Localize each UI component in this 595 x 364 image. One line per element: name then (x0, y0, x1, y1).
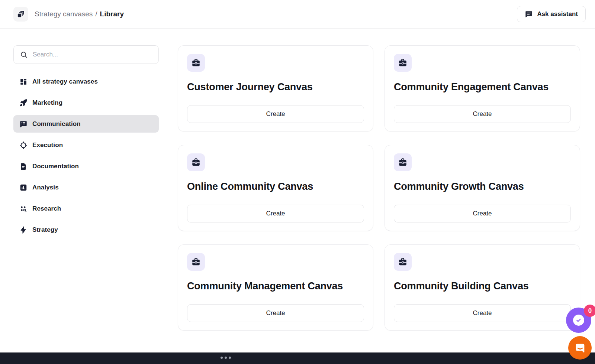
sidebar-item-all-strategy-canvases[interactable]: All strategy canvases (13, 73, 159, 90)
research-icon (19, 205, 28, 213)
app-logo[interactable] (13, 7, 28, 22)
canvas-library-grid: Customer Journey Canvas Create Community… (178, 45, 580, 331)
bottom-toolbar (0, 352, 595, 364)
breadcrumb-current: Library (100, 10, 124, 18)
sidebar-item-label: Execution (32, 142, 63, 149)
canvas-card-community-management: Community Management Canvas Create (178, 244, 373, 331)
notification-badge: 0 (584, 305, 595, 317)
create-button[interactable]: Create (187, 205, 364, 222)
stacked-canvases-icon (16, 10, 25, 19)
create-button[interactable]: Create (394, 304, 571, 322)
briefcase-icon (394, 253, 412, 271)
card-title: Customer Journey Canvas (187, 81, 364, 93)
chat-list-icon (19, 120, 28, 128)
sidebar-item-marketing[interactable]: Marketing (13, 94, 159, 111)
canvas-card-community-growth: Community Growth Canvas Create (385, 145, 580, 231)
breadcrumb-separator: / (95, 10, 97, 18)
create-button[interactable]: Create (394, 205, 571, 222)
card-title: Community Management Canvas (187, 280, 364, 292)
briefcase-icon (187, 253, 205, 271)
ellipsis-icon[interactable] (221, 357, 231, 359)
sidebar-item-execution[interactable]: Execution (13, 136, 159, 154)
briefcase-icon (187, 54, 205, 72)
breadcrumb-section[interactable]: Strategy canvases (35, 10, 93, 18)
category-sidebar: All strategy canvases Marketing (13, 45, 159, 238)
search-icon (20, 51, 28, 59)
sidebar-item-documentation[interactable]: Documentation (13, 157, 159, 175)
grid-layout-icon (19, 78, 28, 86)
create-button[interactable]: Create (187, 105, 364, 123)
sidebar-item-communication[interactable]: Communication (13, 115, 159, 133)
canvas-card-online-community: Online Community Canvas Create (178, 145, 373, 231)
briefcase-icon (394, 54, 412, 72)
card-title: Community Building Canvas (394, 280, 571, 292)
main-area: All strategy canvases Marketing (0, 29, 595, 331)
chat-widget-button[interactable] (568, 336, 592, 360)
canvas-card-customer-journey: Customer Journey Canvas Create (178, 45, 373, 131)
crosshair-icon (19, 141, 28, 149)
sidebar-item-label: Strategy (32, 226, 58, 234)
briefcase-icon (187, 153, 205, 171)
bar-chart-icon (19, 183, 28, 192)
search-input[interactable] (33, 51, 152, 58)
search-box[interactable] (13, 45, 159, 64)
sidebar-item-strategy[interactable]: Strategy (13, 221, 159, 238)
create-button[interactable]: Create (394, 105, 571, 123)
app-header: Strategy canvases / Library Ask assistan… (0, 0, 595, 29)
lightning-icon (19, 226, 28, 234)
intercom-chat-icon (574, 342, 586, 354)
create-button[interactable]: Create (187, 304, 364, 322)
check-circle-icon (573, 315, 584, 326)
briefcase-icon (394, 153, 412, 171)
sidebar-item-analysis[interactable]: Analysis (13, 179, 159, 196)
breadcrumb: Strategy canvases / Library (35, 10, 124, 18)
card-title: Online Community Canvas (187, 181, 364, 192)
canvas-card-community-building: Community Building Canvas Create (385, 244, 580, 331)
sidebar-item-label: Communication (32, 120, 81, 128)
document-icon (19, 162, 28, 170)
chat-bubble-icon (525, 10, 533, 18)
sidebar-item-label: Research (32, 205, 61, 212)
sidebar-item-label: All strategy canvases (32, 78, 98, 85)
ask-assistant-button[interactable]: Ask assistant (517, 6, 586, 22)
rocket-icon (19, 99, 28, 107)
sidebar-item-label: Documentation (32, 163, 79, 170)
ask-assistant-label: Ask assistant (537, 10, 578, 18)
sidebar-item-research[interactable]: Research (13, 200, 159, 217)
card-title: Community Growth Canvas (394, 181, 571, 192)
sidebar-item-label: Marketing (32, 99, 62, 107)
category-nav: All strategy canvases Marketing (13, 73, 159, 238)
sidebar-item-label: Analysis (32, 184, 59, 191)
canvas-card-community-engagement: Community Engagement Canvas Create (385, 45, 580, 131)
card-title: Community Engagement Canvas (394, 81, 571, 93)
